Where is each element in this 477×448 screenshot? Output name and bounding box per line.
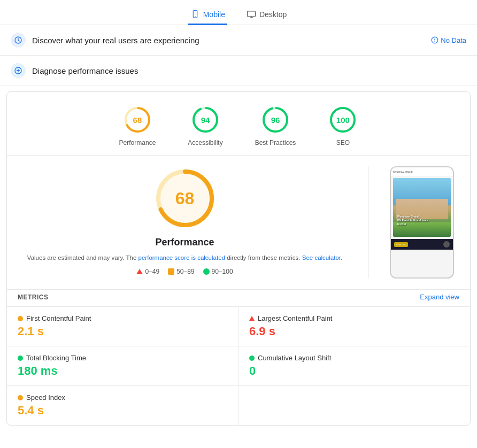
metric-lcp: Largest Contentful Paint 6.9 s — [239, 307, 470, 346]
diagnose-title: Diagnose performance issues — [32, 66, 466, 75]
diagnose-section: Diagnose performance issues — [0, 56, 477, 86]
perf-title: Performance — [18, 237, 352, 248]
phone-bottom-bar: Book now — [391, 239, 453, 250]
fcp-indicator — [18, 316, 23, 321]
legend-0-49: 0–49 — [136, 268, 159, 275]
green-circle-icon — [203, 268, 210, 275]
perf-description: Values are estimated and may vary. The p… — [18, 253, 352, 262]
hotel-name-bar: WYNDHAM GRAND — [393, 171, 413, 173]
diagnose-icon — [11, 63, 26, 78]
metric-tbt: Total Blocking Time 180 ms — [7, 346, 239, 386]
main-card: 68 Performance 94 Accessibility 96 — [6, 91, 471, 426]
legend-90-100: 90–100 — [203, 268, 233, 275]
si-value: 5.4 s — [18, 404, 227, 418]
lcp-value: 6.9 s — [249, 325, 459, 338]
cls-value: 0 — [249, 364, 459, 378]
svg-point-1 — [195, 16, 196, 17]
discover-icon — [11, 33, 26, 48]
tbt-indicator — [18, 356, 23, 361]
info-icon — [431, 36, 438, 44]
triangle-icon — [136, 269, 143, 274]
no-data-button[interactable]: No Data — [431, 36, 466, 44]
detail-right: WYNDHAM GRAND Wyndham GrandKN Parad le G… — [384, 166, 459, 279]
discover-title: Discover what your real users are experi… — [32, 36, 431, 45]
phone-content: Wyndham GrandKN Parad le Grand fantele c… — [391, 176, 453, 239]
si-indicator — [18, 395, 23, 400]
discover-section: Discover what your real users are experi… — [0, 25, 477, 56]
perf-score-link[interactable]: performance score is calculated — [139, 254, 225, 261]
tab-mobile[interactable]: Mobile — [188, 5, 227, 25]
phone-preview: WYNDHAM GRAND Wyndham GrandKN Parad le G… — [390, 166, 454, 279]
see-calculator-link[interactable]: See calculator. — [302, 254, 342, 261]
tab-desktop[interactable]: Desktop — [244, 5, 289, 25]
metric-si: Speed Index 5.4 s — [7, 386, 239, 425]
big-score-circle: 68 — [153, 166, 217, 230]
vertical-divider — [368, 166, 368, 279]
detail-section: 68 Performance Values are estimated and … — [7, 156, 470, 289]
legend-50-89: 50–89 — [168, 268, 194, 275]
mobile-icon — [190, 10, 200, 19]
fcp-value: 2.1 s — [18, 325, 227, 338]
score-best-practices[interactable]: 96 Best Practices — [255, 105, 296, 146]
hotel-text-overlay: Wyndham GrandKN Parad le Grand fantele c… — [397, 215, 428, 226]
tab-bar: Mobile Desktop — [0, 0, 477, 25]
hotel-image: Wyndham GrandKN Parad le Grand fantele c… — [393, 178, 451, 237]
score-performance[interactable]: 68 Performance — [119, 105, 156, 146]
metrics-grid: First Contentful Paint 2.1 s Largest Con… — [7, 306, 470, 425]
tbt-value: 180 ms — [18, 364, 227, 378]
svg-rect-2 — [247, 11, 255, 17]
orange-square-icon — [168, 268, 174, 275]
metric-empty — [239, 386, 470, 425]
phone-btn-icon — [443, 241, 450, 248]
expand-view-button[interactable]: Expand view — [420, 293, 459, 301]
metrics-label: METRICS — [18, 293, 49, 301]
lcp-indicator — [249, 316, 255, 321]
metric-cls: Cumulative Layout Shift 0 — [239, 346, 470, 386]
legend-row: 0–49 50–89 90–100 — [18, 268, 352, 275]
detail-left: 68 Performance Values are estimated and … — [18, 166, 352, 279]
cls-indicator — [249, 356, 255, 361]
metrics-header: METRICS Expand view — [7, 289, 470, 306]
scores-row: 68 Performance 94 Accessibility 96 — [7, 92, 470, 156]
svg-point-8 — [435, 41, 435, 42]
phone-header-bar: WYNDHAM GRAND — [391, 167, 453, 176]
score-accessibility[interactable]: 94 Accessibility — [188, 105, 222, 146]
desktop-icon — [247, 10, 256, 19]
score-seo[interactable]: 100 SEO — [328, 105, 358, 146]
metric-fcp: First Contentful Paint 2.1 s — [7, 307, 239, 346]
book-now-button[interactable]: Book now — [394, 242, 408, 247]
